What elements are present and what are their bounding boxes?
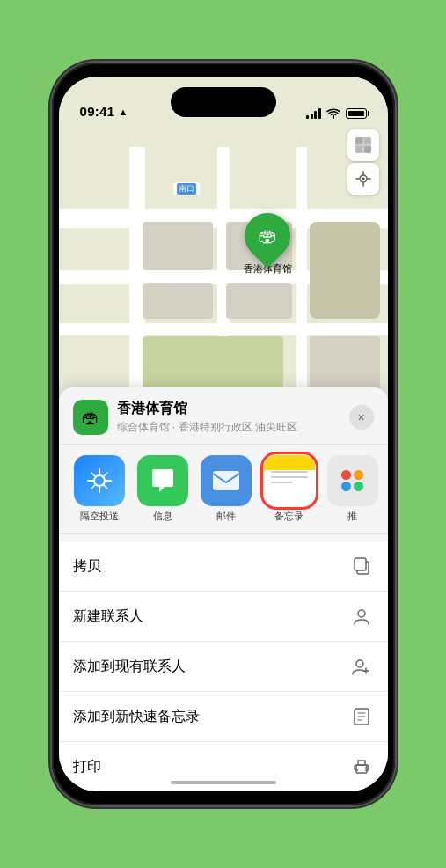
notes-label: 备忘录 (274, 510, 303, 523)
road-label: 南口 (173, 182, 200, 195)
map-controls (347, 129, 379, 195)
action-add-existing-label: 添加到现有联系人 (73, 658, 186, 676)
phone-frame: 09:41 ▲ (52, 63, 395, 805)
svg-rect-3 (355, 146, 362, 153)
svg-rect-14 (356, 765, 367, 773)
messages-icon (137, 455, 188, 506)
svg-rect-10 (355, 558, 366, 570)
venue-subtitle: 综合体育馆 · 香港特别行政区 油尖旺区 (117, 420, 349, 435)
share-item-mail[interactable]: 邮件 (200, 455, 252, 523)
svg-rect-4 (364, 146, 371, 153)
map-type-icon (355, 136, 372, 154)
status-time: 09:41 (80, 104, 115, 119)
airdrop-icon (74, 455, 125, 506)
mail-icon (201, 455, 252, 506)
svg-point-12 (356, 660, 363, 667)
notes-lines (271, 471, 308, 483)
share-item-notes[interactable]: 备忘录 (263, 455, 316, 523)
status-icons (306, 108, 367, 119)
circle-red (341, 470, 351, 480)
action-list: 拷贝 新建联系人 (59, 541, 388, 791)
notes-line-2 (271, 476, 308, 478)
share-item-more[interactable]: 推 (326, 455, 379, 523)
close-button[interactable]: × (349, 405, 374, 430)
sheet-header: 🏟 香港体育馆 综合体育馆 · 香港特别行政区 油尖旺区 × (59, 387, 388, 445)
print-icon (349, 754, 374, 779)
phone-screen: 09:41 ▲ (59, 77, 388, 791)
messages-svg (149, 467, 177, 494)
action-add-quick-note-label: 添加到新快速备忘录 (73, 708, 200, 726)
road-badge: 南口 (177, 183, 196, 195)
circle-blue (341, 482, 351, 491)
stadium-pin-bubble: 🏟 (235, 203, 300, 268)
home-indicator (171, 781, 276, 784)
action-add-quick-note[interactable]: 添加到新快速备忘录 (59, 692, 388, 742)
svg-rect-8 (213, 471, 239, 490)
venue-name: 香港体育馆 (117, 400, 349, 418)
circle-green (354, 482, 363, 491)
notes-icon (264, 455, 315, 506)
location-button[interactable] (347, 163, 379, 195)
svg-point-15 (365, 767, 367, 769)
more-circles-row-2 (341, 482, 363, 491)
svg-point-6 (362, 178, 364, 180)
quick-note-icon (349, 704, 374, 729)
action-new-contact[interactable]: 新建联系人 (59, 592, 388, 642)
location-icon (355, 171, 371, 187)
map-block-3 (143, 283, 213, 319)
airdrop-svg (86, 467, 113, 494)
more-circles-row-1 (341, 470, 363, 480)
circle-orange (354, 470, 363, 480)
airdrop-label: 隔空投送 (80, 510, 119, 523)
share-row: 隔空投送 信息 (59, 445, 388, 534)
notes-line-1 (271, 471, 308, 473)
wifi-icon (326, 108, 340, 119)
mail-svg (212, 470, 240, 491)
stadium-pin[interactable]: 🏟 香港体育馆 (244, 213, 292, 276)
add-existing-contact-icon (349, 654, 374, 679)
share-item-airdrop[interactable]: 隔空投送 (73, 455, 126, 523)
share-item-messages[interactable]: 信息 (136, 455, 189, 523)
dynamic-island (171, 87, 276, 117)
action-add-existing-contact[interactable]: 添加到现有联系人 (59, 642, 388, 692)
messages-label: 信息 (153, 510, 172, 523)
more-label: 推 (347, 510, 357, 523)
mail-label: 邮件 (216, 510, 236, 523)
svg-rect-1 (355, 137, 362, 144)
new-contact-icon (349, 604, 374, 629)
bottom-sheet: 🏟 香港体育馆 综合体育馆 · 香港特别行政区 油尖旺区 × (59, 387, 388, 791)
action-copy-label: 拷贝 (73, 557, 101, 576)
map-block-4 (226, 283, 292, 319)
venue-icon: 🏟 (73, 400, 108, 435)
notes-line-3 (271, 482, 293, 483)
battery-icon (346, 108, 367, 119)
signal-bars-icon (306, 108, 321, 119)
action-new-contact-label: 新建联系人 (73, 607, 143, 626)
svg-point-11 (358, 610, 365, 617)
location-arrow-icon: ▲ (118, 107, 128, 117)
copy-icon (349, 554, 374, 578)
map-block-1 (143, 222, 213, 270)
venue-info: 香港体育馆 综合体育馆 · 香港特别行政区 油尖旺区 (117, 400, 349, 435)
stadium-pin-icon: 🏟 (258, 224, 277, 247)
more-icon (327, 455, 378, 506)
svg-rect-2 (364, 137, 371, 144)
map-type-button[interactable] (347, 129, 379, 161)
action-print-label: 打印 (73, 758, 101, 776)
action-copy[interactable]: 拷贝 (59, 541, 388, 592)
map-stadium-block (310, 222, 380, 319)
